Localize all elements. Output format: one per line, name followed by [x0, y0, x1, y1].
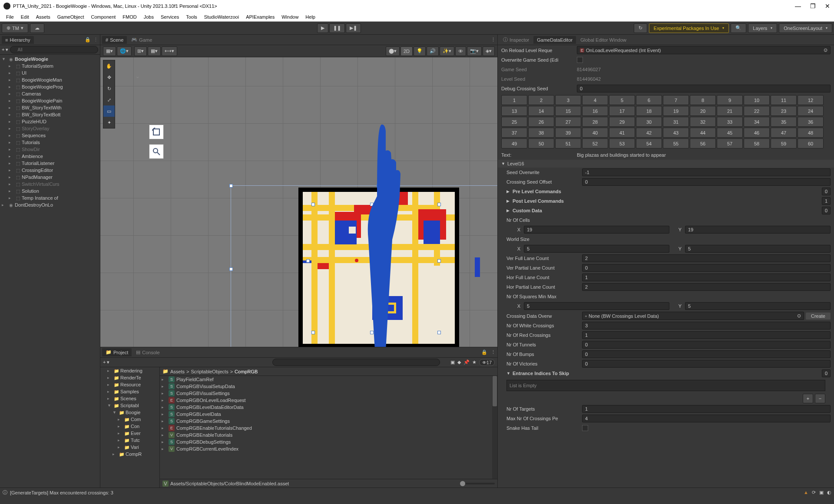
project-folder[interactable]: ▸📁Tutc	[100, 437, 159, 444]
thumbnail-size-slider[interactable]	[460, 483, 495, 484]
level-number-button[interactable]: 47	[771, 128, 797, 138]
audio-toggle[interactable]: 🔊	[427, 46, 439, 56]
hor-full-input[interactable]	[582, 273, 831, 281]
overwrite-seed-checkbox[interactable]	[577, 57, 583, 63]
level-number-button[interactable]: 40	[582, 128, 608, 138]
hierarchy-item[interactable]: ▸⬚TutorialListener	[0, 160, 100, 167]
level-number-button[interactable]: 20	[690, 106, 716, 116]
level-number-button[interactable]: 33	[717, 117, 743, 127]
list-add-button[interactable]: +	[803, 394, 813, 403]
hierarchy-item[interactable]: ▸⬚Tutorials	[0, 139, 100, 146]
custom-tool-1[interactable]	[149, 125, 164, 139]
level-number-button[interactable]: 50	[528, 138, 554, 148]
hor-partial-input[interactable]	[582, 283, 831, 291]
level-number-button[interactable]: 49	[501, 138, 527, 148]
level-number-button[interactable]: 38	[528, 128, 554, 138]
project-file[interactable]: ▸VCompRGBCurrentLevelIndex	[160, 445, 497, 452]
hidden-count[interactable]: 👁17	[479, 359, 495, 366]
project-file[interactable]: ▸SCompRGBLevelData	[160, 411, 497, 418]
hierarchy-item[interactable]: ▸⬚BoogieWoogieMan	[0, 76, 100, 83]
seed-overwrite-input[interactable]	[582, 168, 831, 176]
project-tab[interactable]: 📁 Project	[102, 348, 132, 356]
level-number-button[interactable]: 4	[582, 95, 608, 105]
level-number-button[interactable]: 14	[528, 106, 554, 116]
hierarchy-search[interactable]	[10, 46, 98, 53]
hierarchy-item[interactable]: ▸⬚CrossingEditor	[0, 167, 100, 174]
hierarchy-item[interactable]: ▸⬚BW_StoryTextBott	[0, 111, 100, 118]
menu-component[interactable]: Component	[87, 13, 119, 20]
world-x-input[interactable]	[524, 245, 669, 253]
level-foldout[interactable]: ▼Level16	[498, 160, 834, 168]
custom-data-foldout[interactable]: Custom Data	[513, 208, 820, 213]
project-file[interactable]: ▸SCompRGBDebugSettings	[160, 438, 497, 445]
hand-tool[interactable]: ✋	[103, 60, 115, 72]
menu-fmod[interactable]: FMOD	[119, 13, 140, 20]
level-number-button[interactable]: 23	[771, 106, 797, 116]
level-number-button[interactable]: 5	[609, 95, 635, 105]
project-folder[interactable]: ▸📁CompR	[100, 451, 159, 458]
breadcrumb-scriptable[interactable]: ScriptableObjects	[191, 369, 228, 374]
menu-help[interactable]: Help	[302, 13, 319, 20]
cloud-button[interactable]: ☁	[30, 23, 44, 33]
move-tool[interactable]: ✥	[103, 72, 115, 83]
level-number-button[interactable]: 17	[609, 106, 635, 116]
bumps-input[interactable]	[582, 350, 831, 358]
white-cross-input[interactable]	[582, 322, 831, 329]
transform-tool[interactable]: ✦	[103, 117, 115, 128]
level-number-button[interactable]: 60	[798, 138, 824, 148]
level-number-button[interactable]: 51	[555, 138, 581, 148]
list-remove-button[interactable]: −	[815, 394, 825, 403]
level-number-button[interactable]: 43	[663, 128, 689, 138]
status-icon-1[interactable]: ▲	[804, 490, 808, 495]
menu-services[interactable]: Services	[157, 13, 182, 20]
project-file[interactable]: ▸VCompRGBEnableTutorials	[160, 432, 497, 438]
panel-menu-icon[interactable]: ⋮	[491, 349, 496, 355]
squares-x-input[interactable]	[524, 302, 669, 310]
project-folder[interactable]: ▸📁RenderTe	[100, 374, 159, 381]
level-number-button[interactable]: 9	[717, 95, 743, 105]
account-dropdown[interactable]: ⊕ TM ▾	[2, 23, 28, 33]
grid-dropdown[interactable]: ⊞▾	[134, 46, 147, 56]
snake-tail-checkbox[interactable]	[582, 425, 588, 431]
breadcrumb-comprgb[interactable]: CompRGB	[235, 369, 258, 374]
packages-warning[interactable]: Experimental Packages In Use	[649, 23, 729, 33]
hierarchy-item[interactable]: ▸◉DontDestroyOnLo	[0, 201, 100, 208]
hierarchy-item[interactable]: ▸⬚Ambience	[0, 153, 100, 160]
mode-2d-toggle[interactable]: 2D	[400, 46, 413, 56]
level-number-button[interactable]: 32	[690, 117, 716, 127]
hierarchy-item[interactable]: ▸⬚StoryOverlay	[0, 125, 100, 132]
level-number-button[interactable]: 35	[771, 117, 797, 127]
project-folder[interactable]: ▸📁Rendering	[100, 367, 159, 374]
file-scrollbar[interactable]	[492, 376, 497, 479]
level-number-button[interactable]: 2	[528, 95, 554, 105]
project-folder[interactable]: ▼📁Scriptabl	[100, 402, 159, 409]
level-number-button[interactable]: 15	[555, 106, 581, 116]
rect-tool[interactable]: ▭	[103, 105, 115, 117]
scene-menu-icon[interactable]: ⋮	[491, 37, 496, 43]
level-number-button[interactable]: 16	[582, 106, 608, 116]
project-file[interactable]: ▸SCompRGBLevelDataEditorData	[160, 404, 497, 411]
hierarchy-item[interactable]: ▸⬚Sequences	[0, 132, 100, 139]
hierarchy-item[interactable]: ▸⬚Solution	[0, 188, 100, 194]
search-by-label-icon[interactable]: ◆	[457, 359, 461, 365]
project-file[interactable]: ▸SPlayFieldCamRef	[160, 376, 497, 383]
targets-input[interactable]	[582, 405, 831, 413]
level-number-button[interactable]: 41	[609, 128, 635, 138]
panel-lock-icon[interactable]: 🔒	[85, 37, 91, 43]
hierarchy-item[interactable]: ▸⬚BW_StoryTextWith	[0, 104, 100, 111]
level-number-button[interactable]: 30	[636, 117, 662, 127]
level-number-button[interactable]: 54	[636, 138, 662, 148]
step-button[interactable]: ▶❚	[346, 23, 361, 33]
hierarchy-item[interactable]: ▼◉BoogieWoogie	[0, 56, 100, 63]
search-button[interactable]: 🔍	[731, 23, 746, 33]
red-cross-input[interactable]	[582, 331, 831, 339]
level-number-button[interactable]: 39	[555, 128, 581, 138]
gamedata-tab[interactable]: GameDataEditor	[533, 36, 576, 44]
lighting-toggle[interactable]: 💡	[414, 46, 426, 56]
inspector-tab[interactable]: ⓘ Inspector	[500, 35, 533, 44]
save-search-icon[interactable]: 📌	[463, 359, 470, 365]
project-file[interactable]: ▸SCompRGBVisualSettings	[160, 390, 497, 397]
scene-tab[interactable]: # Scene	[102, 36, 127, 44]
level-number-button[interactable]: 19	[663, 106, 689, 116]
snap-dropdown[interactable]: ▦▾	[148, 46, 161, 56]
